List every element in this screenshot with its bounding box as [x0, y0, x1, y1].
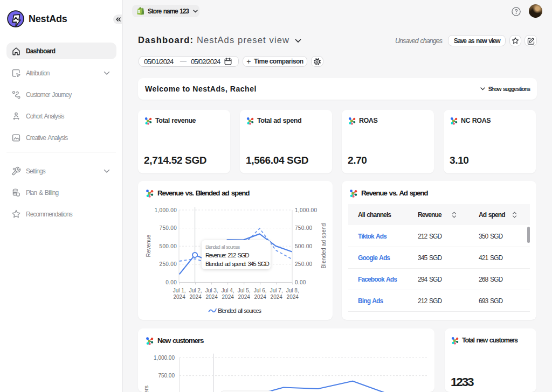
svg-text:Blended all sources: Blended all sources: [218, 307, 261, 314]
svg-text:750.00: 750.00: [295, 225, 313, 231]
svg-text:Jul 7,: Jul 7,: [270, 288, 283, 293]
svg-text:Jul 5,: Jul 5,: [238, 288, 251, 293]
svg-text:1,000.00: 1,000.00: [155, 207, 177, 213]
svg-text:2024: 2024: [222, 294, 234, 300]
svg-text:1,000.00: 1,000.00: [154, 355, 175, 361]
svg-text:2024: 2024: [173, 294, 185, 300]
svg-text:2024: 2024: [254, 294, 267, 300]
svg-text:2024: 2024: [189, 294, 202, 300]
svg-text:2024: 2024: [271, 294, 283, 300]
svg-text:2024: 2024: [238, 294, 251, 300]
svg-text:0.00: 0.00: [165, 279, 177, 285]
svg-text:2024: 2024: [206, 294, 218, 300]
svg-text:2024: 2024: [287, 294, 299, 300]
svg-text:1,000.00: 1,000.00: [295, 207, 317, 213]
svg-text:Jul 8,: Jul 8,: [286, 288, 299, 293]
svg-text:750.00: 750.00: [160, 225, 177, 231]
svg-text:750.00: 750.00: [158, 373, 175, 379]
svg-text:S: S: [138, 9, 141, 14]
svg-text:Jul 2,: Jul 2,: [189, 288, 202, 293]
svg-text:Jul 1,: Jul 1,: [173, 288, 186, 293]
svg-text:250.00: 250.00: [295, 261, 313, 267]
svg-text:0.00: 0.00: [295, 279, 306, 285]
svg-text:Jul 6,: Jul 6,: [254, 288, 267, 293]
svg-text:500.00: 500.00: [295, 243, 313, 249]
svg-text:250.00: 250.00: [160, 261, 177, 267]
svg-text:Jul 3,: Jul 3,: [205, 288, 218, 293]
svg-text:500.00: 500.00: [160, 243, 177, 249]
svg-text:Jul 4,: Jul 4,: [222, 288, 234, 293]
